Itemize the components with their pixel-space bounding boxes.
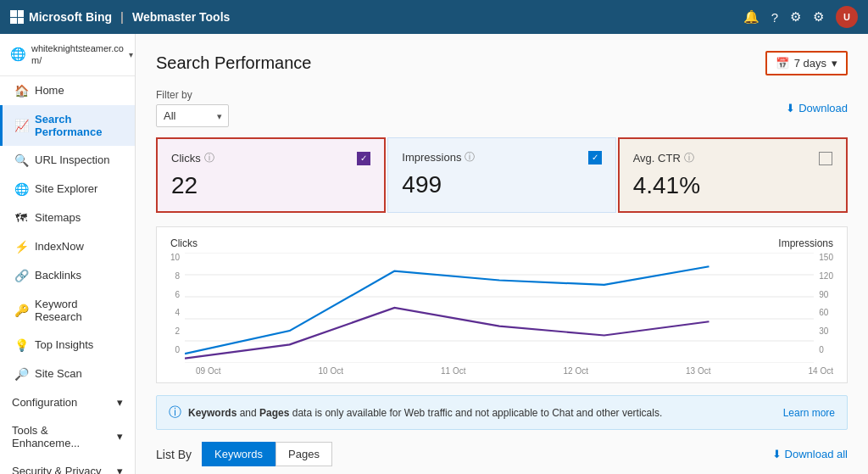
filter-row: Filter by All Desktop Mobile Tablet ⬇ Do… xyxy=(156,89,848,127)
x-axis: 09 Oct 10 Oct 11 Oct 12 Oct 13 Oct 14 Oc… xyxy=(170,363,833,376)
sidebar-item-label: Home xyxy=(35,84,64,97)
sidebar-section-label: Tools & Enhanceme... xyxy=(12,424,117,449)
chevron-down-icon: ▾ xyxy=(117,430,123,443)
chart-labels-row: Clicks Impressions xyxy=(170,237,833,249)
info-banner: ⓘ Keywords and Pages data is only availa… xyxy=(156,395,848,430)
section-left: Security & Privacy xyxy=(12,465,101,474)
sidebar-item-home[interactable]: 🏠 Home xyxy=(0,76,135,105)
sidebar-item-url-inspection[interactable]: 🔍 URL Inspection xyxy=(0,146,135,175)
sidebar-item-label: IndexNow xyxy=(35,240,84,253)
sidebar-item-backlinks[interactable]: 🔗 Backlinks xyxy=(0,261,135,290)
metric-card-header: Avg. CTR ⓘ xyxy=(633,151,832,165)
topbar-product: Webmaster Tools xyxy=(132,10,230,24)
chart-right-label: Impressions xyxy=(778,237,833,249)
impressions-checkbox[interactable]: ✓ xyxy=(588,151,602,165)
tab-pages[interactable]: Pages xyxy=(275,442,332,466)
info-icon: ⓘ xyxy=(204,151,214,165)
insights-icon: 💡 xyxy=(14,338,28,352)
list-by-row: List By Keywords Pages ⬇ Download all xyxy=(156,442,848,466)
sidebar-item-label: Site Explorer xyxy=(35,182,97,195)
sidebar-item-label: URL Inspection xyxy=(35,153,109,166)
sidebar-item-site-scan[interactable]: 🔎 Site Scan xyxy=(0,360,135,388)
download-label: Download xyxy=(798,102,848,114)
info-text: Keywords and Pages data is only availabl… xyxy=(188,407,662,419)
apps-icon[interactable]: ⚙ xyxy=(813,9,824,25)
sidebar-item-label: Site Scan xyxy=(35,367,82,380)
help-icon[interactable]: ? xyxy=(771,10,778,25)
avatar[interactable]: U xyxy=(836,6,858,28)
topbar-brand: Microsoft Bing xyxy=(29,10,112,24)
learn-more-link[interactable]: Learn more xyxy=(783,407,835,419)
sidebar-section-configuration[interactable]: Configuration ▾ xyxy=(0,388,135,416)
sidebar-item-indexnow[interactable]: ⚡ IndexNow xyxy=(0,232,135,261)
date-filter-chevron-icon: ▾ xyxy=(832,57,837,70)
settings-icon[interactable]: ⚙ xyxy=(790,9,801,25)
content-area: Search Performance 📅 7 days ▾ Filter by … xyxy=(136,34,868,474)
chart-left-label: Clicks xyxy=(170,237,198,249)
tab-keywords[interactable]: Keywords xyxy=(202,442,275,466)
metric-card-clicks: Clicks ⓘ ✓ 22 xyxy=(156,137,386,213)
sidebar-item-label: Keyword Research xyxy=(35,298,123,323)
clicks-value: 22 xyxy=(171,172,370,199)
filter-label: Filter by xyxy=(156,89,229,101)
sidebar-section-tools[interactable]: Tools & Enhanceme... ▾ xyxy=(0,416,135,457)
info-circle-icon: ⓘ xyxy=(169,404,181,421)
main-layout: 🌐 whiteknightsteamer.co m/ ▾ 🏠 Home 📈 Se… xyxy=(0,34,868,474)
clicks-checkbox[interactable]: ✓ xyxy=(357,152,370,165)
download-icon: ⬇ xyxy=(786,102,795,114)
sidebar-item-top-insights[interactable]: 💡 Top Insights xyxy=(0,331,135,360)
y-axis-left: 10 8 6 4 2 0 xyxy=(170,253,185,354)
topbar-right: 🔔 ? ⚙ ⚙ U xyxy=(743,6,858,28)
home-icon: 🏠 xyxy=(14,84,28,98)
sitemap-icon: 🗺 xyxy=(14,211,28,225)
sidebar-item-label: Search Performance xyxy=(35,113,123,138)
date-filter-button[interactable]: 📅 7 days ▾ xyxy=(765,51,848,75)
scan-icon: 🔎 xyxy=(14,367,28,381)
list-by-label: List By xyxy=(156,448,192,461)
metric-cards: Clicks ⓘ ✓ 22 Impressions ⓘ ✓ 499 xyxy=(156,137,848,213)
info-icon: ⓘ xyxy=(684,151,694,165)
sidebar-section-security-privacy[interactable]: Security & Privacy ▾ xyxy=(0,457,135,474)
metric-card-header: Clicks ⓘ ✓ xyxy=(171,151,370,165)
globe-icon: 🌐 xyxy=(14,182,28,196)
chart-icon: 📈 xyxy=(14,119,28,132)
date-filter-label: 7 days xyxy=(794,57,826,70)
sidebar-section-label: Configuration xyxy=(12,396,77,409)
content-header: Search Performance 📅 7 days ▾ xyxy=(156,51,848,75)
metric-card-ctr: Avg. CTR ⓘ 4.41% xyxy=(618,137,848,213)
metric-card-impressions: Impressions ⓘ ✓ 499 xyxy=(387,137,615,213)
download-all-icon: ⬇ xyxy=(772,448,782,460)
sidebar-item-search-performance[interactable]: 📈 Search Performance xyxy=(0,105,135,146)
sidebar-item-sitemaps[interactable]: 🗺 Sitemaps xyxy=(0,204,135,232)
sidebar-domain-text: whiteknightsteamer.co m/ xyxy=(31,42,124,67)
y-axis-right: 150 120 90 60 30 0 xyxy=(814,253,833,354)
sidebar-item-site-explorer[interactable]: 🌐 Site Explorer xyxy=(0,175,135,204)
sidebar-item-label: Backlinks xyxy=(35,269,81,282)
metric-label-ctr: Avg. CTR ⓘ xyxy=(633,151,694,165)
lightning-icon: ⚡ xyxy=(14,240,28,254)
filter-select-wrap: All Desktop Mobile Tablet xyxy=(156,104,229,127)
notification-icon[interactable]: 🔔 xyxy=(743,9,760,25)
windows-icon xyxy=(10,10,24,24)
download-all-button[interactable]: ⬇ Download all xyxy=(772,448,848,460)
topbar-divider: | xyxy=(120,10,124,24)
section-left: Configuration xyxy=(12,396,77,409)
chart-svg-wrapper xyxy=(185,253,814,363)
sidebar: 🌐 whiteknightsteamer.co m/ ▾ 🏠 Home 📈 Se… xyxy=(0,34,136,474)
sidebar-item-keyword-research[interactable]: 🔑 Keyword Research xyxy=(0,290,135,331)
download-button[interactable]: ⬇ Download xyxy=(786,102,848,114)
filter-select[interactable]: All Desktop Mobile Tablet xyxy=(156,104,229,127)
globe-icon: 🌐 xyxy=(10,47,26,62)
ctr-checkbox[interactable] xyxy=(819,152,832,165)
sidebar-domain[interactable]: 🌐 whiteknightsteamer.co m/ ▾ xyxy=(0,34,135,76)
sidebar-section-label: Security & Privacy xyxy=(12,465,101,474)
page-title: Search Performance xyxy=(156,53,311,73)
chevron-down-icon: ▾ xyxy=(117,465,123,474)
topbar: Microsoft Bing | Webmaster Tools 🔔 ? ⚙ ⚙… xyxy=(0,0,868,34)
download-all-label: Download all xyxy=(785,448,848,460)
link-icon: 🔗 xyxy=(14,269,28,282)
chevron-down-icon: ▾ xyxy=(117,396,123,409)
calendar-icon: 📅 xyxy=(776,57,789,70)
topbar-logo: Microsoft Bing | Webmaster Tools xyxy=(10,10,230,24)
impressions-value: 499 xyxy=(402,171,601,198)
